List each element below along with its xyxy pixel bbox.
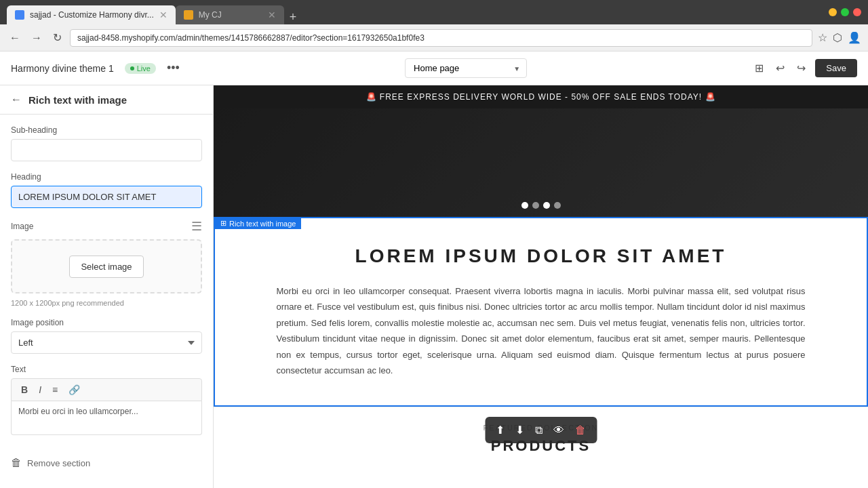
tab-label: sajjad - Customize Harmony divr... (30, 10, 154, 20)
image-upload-area[interactable]: Select image (11, 239, 202, 293)
text-toolbar: B I ≡ 🔗 (11, 378, 202, 401)
hero-section (214, 108, 868, 217)
redo-icon[interactable]: ↪ (794, 59, 808, 77)
main-layout: ← Rich text with image Sub-heading Headi… (0, 85, 868, 488)
back-button[interactable]: ← (11, 94, 22, 106)
preview-scroll[interactable]: 🚨 FREE EXPRESS DELIVERY WORLD WIDE - 50%… (214, 85, 868, 488)
browser-tabs: sajjad - Customize Harmony divr... ✕ My … (7, 0, 823, 24)
remove-section-button[interactable]: 🗑 Remove section (11, 446, 202, 480)
header-actions: ⊞ ↩ ↪ Save (752, 59, 857, 77)
rich-text-section[interactable]: ⊞ Rich text with image LOREM IPSUM DOLOR… (214, 217, 868, 407)
duplicate-icon[interactable]: ⧉ (531, 422, 547, 439)
new-tab-button[interactable]: + (284, 10, 302, 24)
sub-heading-group: Sub-heading (11, 125, 202, 161)
image-position-select[interactable]: Left Right (11, 331, 202, 354)
remove-section-label: Remove section (27, 458, 90, 468)
tab-close-button[interactable]: ✕ (159, 9, 167, 20)
maximize-button[interactable] (841, 8, 849, 16)
back-nav-button[interactable]: ← (7, 30, 23, 45)
image-section: Image ☰ Select image 1200 x 1200px png r… (11, 219, 202, 307)
live-dot (130, 66, 134, 70)
live-label: Live (137, 64, 151, 73)
image-position-group: Image position Left Right (11, 318, 202, 354)
preview-area: 🚨 FREE EXPRESS DELIVERY WORLD WIDE - 50%… (214, 85, 868, 488)
panel-header: ← Rich text with image (0, 85, 213, 115)
close-button[interactable] (853, 8, 861, 16)
image-section-header: Image ☰ (11, 219, 202, 234)
preview-heading: LOREM IPSUM DOLOR SIT AMET (249, 245, 833, 267)
hide-icon[interactable]: 👁 (549, 422, 568, 439)
theme-name: Harmony divine theme 1 (11, 63, 114, 74)
live-badge: Live (125, 63, 156, 74)
list-button[interactable]: ≡ (50, 383, 60, 396)
preview-frame: 🚨 FREE EXPRESS DELIVERY WORLD WIDE - 50%… (214, 85, 868, 488)
delete-icon[interactable]: 🗑 (571, 422, 590, 439)
tab-close-button-2[interactable]: ✕ (268, 9, 276, 20)
sub-heading-label: Sub-heading (11, 125, 202, 135)
heading-group: Heading (11, 172, 202, 208)
rich-text-content: LOREM IPSUM DOLOR SIT AMET Morbi eu orci… (215, 218, 867, 405)
address-bar[interactable]: sajjad-8458.myshopify.com/admin/themes/1… (70, 29, 812, 47)
heading-input[interactable] (11, 186, 202, 208)
text-group: Text B I ≡ 🔗 Morbi eu orci in leo ullamc… (11, 365, 202, 435)
section-chip-text: Rich text with image (229, 220, 296, 228)
section-chip: ⊞ Rich text with image (215, 218, 301, 229)
image-label: Image (11, 222, 33, 231)
floating-toolbar: ⬆ ⬇ ⧉ 👁 🗑 (485, 417, 597, 443)
device-icon[interactable]: ⊞ (752, 59, 766, 77)
heading-label: Heading (11, 172, 202, 182)
image-position-label: Image position (11, 318, 202, 327)
bookmark-icon[interactable]: ☆ (818, 31, 827, 44)
text-label: Text (11, 365, 202, 374)
tab-favicon (15, 10, 24, 20)
text-area[interactable]: Morbi eu orci in leo ullamcorper... (11, 401, 202, 435)
forward-nav-button[interactable]: → (28, 30, 45, 45)
panel-scroll[interactable]: Sub-heading Heading Image ☰ Select image… (0, 115, 213, 488)
italic-button[interactable]: I (36, 383, 44, 396)
announcement-bar: 🚨 FREE EXPRESS DELIVERY WORLD WIDE - 50%… (214, 85, 868, 108)
active-tab[interactable]: sajjad - Customize Harmony divr... ✕ (7, 5, 176, 24)
hero-dot-3[interactable] (543, 202, 550, 209)
browser-actions: ☆ ⬡ 👤 (818, 31, 861, 44)
app-header: Harmony divine theme 1 Live ••• Home pag… (0, 52, 868, 85)
profile-icon[interactable]: 👤 (848, 31, 861, 44)
section-chip-icon: ⊞ (220, 219, 226, 228)
sub-heading-input[interactable] (11, 139, 202, 161)
hero-dot-2[interactable] (532, 202, 539, 209)
more-options-button[interactable]: ••• (167, 61, 180, 75)
inactive-tab[interactable]: My CJ ✕ (176, 5, 284, 24)
tab-label-2: My CJ (199, 10, 222, 20)
hero-dot-4[interactable] (554, 202, 561, 209)
address-bar-row: ← → ↻ sajjad-8458.myshopify.com/admin/th… (0, 24, 868, 52)
hero-dots (521, 202, 561, 209)
header-center: Home page (191, 58, 742, 78)
panel-title: Rich text with image (28, 94, 127, 106)
tab-favicon-2 (184, 10, 193, 20)
undo-icon[interactable]: ↩ (773, 59, 787, 77)
trash-icon: 🗑 (11, 457, 22, 469)
link-button[interactable]: 🔗 (66, 383, 83, 396)
hero-overlay (214, 108, 868, 217)
hero-dot-1[interactable] (521, 202, 528, 209)
address-text: sajjad-8458.myshopify.com/admin/themes/1… (77, 33, 425, 43)
sort-icon[interactable]: ☰ (191, 219, 202, 234)
minimize-button[interactable] (829, 8, 837, 16)
reload-button[interactable]: ↻ (50, 30, 64, 45)
save-button[interactable]: Save (815, 59, 857, 77)
preview-body: Morbi eu orci in leo ullamcorper consequ… (277, 283, 806, 378)
announcement-text: 🚨 FREE EXPRESS DELIVERY WORLD WIDE - 50%… (366, 92, 716, 102)
move-up-icon[interactable]: ⬆ (492, 421, 509, 439)
extensions-icon[interactable]: ⬡ (833, 31, 842, 44)
text-preview: Morbi eu orci in leo ullamcorper... (18, 407, 138, 416)
browser-chrome: sajjad - Customize Harmony divr... ✕ My … (0, 0, 868, 24)
bold-button[interactable]: B (18, 383, 31, 396)
image-hint: 1200 x 1200px png recommended (11, 299, 202, 307)
select-image-button[interactable]: Select image (69, 256, 143, 278)
left-panel: ← Rich text with image Sub-heading Headi… (0, 85, 214, 488)
move-down-icon[interactable]: ⬇ (511, 421, 528, 439)
page-select[interactable]: Home page (405, 58, 527, 78)
page-select-wrap: Home page (405, 58, 527, 78)
window-controls (829, 8, 861, 16)
